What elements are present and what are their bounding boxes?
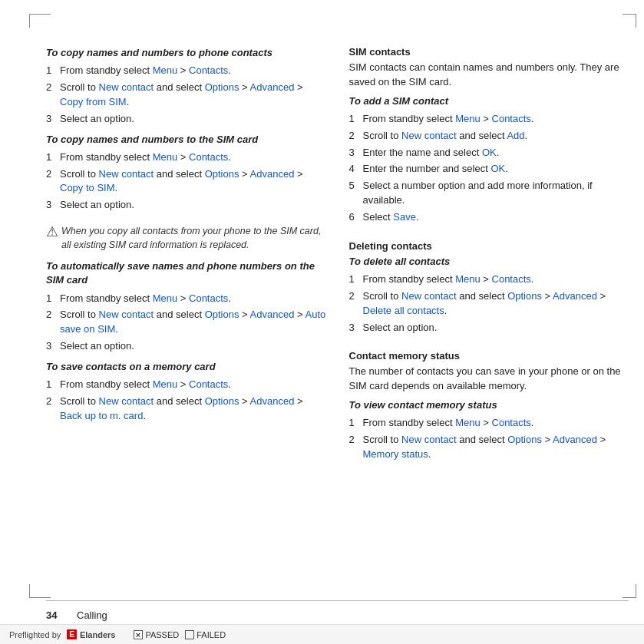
page: To copy names and numbers to phone conta… [0,0,644,644]
link-menu[interactable]: Menu [153,151,178,163]
link-backup[interactable]: Back up to m. card [60,410,143,421]
link-contacts[interactable]: Contacts [189,378,228,390]
step-number: 1 [349,416,360,431]
link-new-contact[interactable]: New contact [99,309,154,320]
link-advanced[interactable]: Advanced [250,395,295,407]
link-add[interactable]: Add [507,130,524,141]
section-copy-to-phone: To copy names and numbers to phone conta… [46,46,326,133]
link-new-contact[interactable]: New contact [401,434,457,445]
link-menu[interactable]: Menu [153,378,178,390]
step-item: 3 Enter the name and select OK. [349,146,629,160]
link-memory-status[interactable]: Memory status [363,448,428,460]
link-options[interactable]: Options [205,81,239,93]
section-add-sim-heading: To add a SIM contact [349,94,629,108]
corner-mark-tl [29,14,51,28]
step-item: 2 Scroll to New contact and select Optio… [46,395,326,424]
step-item: 3 Select an option. [46,339,326,354]
link-options[interactable]: Options [205,168,239,180]
step-item: 2 Scroll to New contact and select Add. [349,129,629,144]
link-advanced[interactable]: Advanced [250,309,295,320]
main-content: To copy names and numbers to phone conta… [46,46,629,583]
step-number: 4 [349,162,360,177]
step-list-copy-to-sim: 1 From standby select Menu > Contacts. 2… [46,150,326,213]
link-new-contact[interactable]: New contact [401,290,457,302]
step-item: 4 Enter the number and select OK. [349,162,629,177]
step-number: 1 [46,378,57,392]
link-menu[interactable]: Menu [455,417,481,428]
link-copy-to-sim[interactable]: Copy to SIM [60,182,115,193]
link-contacts[interactable]: Contacts [189,64,228,76]
step-number: 3 [46,198,57,213]
step-number: 2 [46,395,57,424]
step-number: 2 [349,129,360,144]
step-text: From standby select Menu > Contacts. [60,64,326,78]
step-item: 1 From standby select Menu > Contacts. [46,378,326,392]
step-number: 2 [46,167,57,197]
step-text: Enter the name and select OK. [363,146,629,160]
step-text: Select a number option and add more info… [363,179,629,208]
step-text: From standby select Menu > Contacts. [60,150,326,165]
section-delete-all: To delete all contacts 1 From standby se… [349,255,629,342]
step-text: From standby select Menu > Contacts. [363,112,629,127]
link-delete-all[interactable]: Delete all contacts [363,305,444,316]
step-text: Scroll to New contact and select Options… [363,433,629,462]
step-item: 5 Select a number option and add more in… [349,179,629,208]
link-new-contact[interactable]: New contact [99,168,154,180]
right-column: SIM contacts SIM contacts can contain na… [349,46,629,583]
link-advanced[interactable]: Advanced [553,290,597,302]
link-contacts[interactable]: Contacts [189,292,228,304]
step-number: 3 [46,112,57,127]
step-item: 2 Scroll to New contact and select Optio… [46,81,326,110]
link-menu[interactable]: Menu [153,64,178,76]
link-advanced[interactable]: Advanced [553,434,597,445]
step-text: From standby select Menu > Contacts. [363,416,629,431]
step-text: Scroll to New contact and select Options… [60,81,326,110]
sim-contacts-heading: SIM contacts [349,46,629,58]
link-new-contact[interactable]: New contact [99,81,154,93]
link-contacts[interactable]: Contacts [492,273,531,285]
corner-mark-tr [623,14,636,28]
left-column: To copy names and numbers to phone conta… [46,46,326,583]
link-menu[interactable]: Menu [153,292,178,304]
contact-memory-heading: Contact memory status [349,350,629,362]
section-view-memory: To view contact memory status 1 From sta… [349,398,629,468]
step-text: Select an option. [60,198,326,213]
link-advanced[interactable]: Advanced [250,168,295,180]
link-copy-from-sim[interactable]: Copy from SIM [60,96,127,107]
link-options[interactable]: Options [507,290,542,302]
step-list-add-sim: 1 From standby select Menu > Contacts. 2… [349,112,629,225]
link-advanced[interactable]: Advanced [250,81,295,93]
step-text: Scroll to New contact and select Options… [60,167,326,197]
link-ok[interactable]: OK [490,163,505,174]
step-item: 3 Select an option. [46,198,326,213]
link-new-contact[interactable]: New contact [401,130,457,141]
preflighted-bar: Preflighted by E Elanders ⨯ PASSED FAILE… [0,624,644,644]
step-item: 1 From standby select Menu > Contacts. [46,150,326,165]
link-options[interactable]: Options [205,309,239,320]
sim-contacts-body: SIM contacts can contain names and numbe… [349,61,629,90]
corner-mark-br [623,584,636,598]
link-options[interactable]: Options [205,395,239,407]
step-text: Scroll to New contact and select Add. [363,129,629,144]
step-item: 2 Scroll to New contact and select Optio… [349,289,629,319]
step-item: 1 From standby select Menu > Contacts. [46,292,326,306]
step-text: Enter the number and select OK. [363,162,629,177]
link-menu[interactable]: Menu [455,113,481,124]
step-text: From standby select Menu > Contacts. [60,378,326,392]
corner-mark-bl [29,584,51,598]
warning-block: ⚠ When you copy all contacts from your p… [46,225,326,252]
step-item: 2 Scroll to New contact and select Optio… [46,167,326,197]
step-item: 3 Select an option. [349,321,629,335]
link-contacts[interactable]: Contacts [492,417,531,428]
link-new-contact[interactable]: New contact [99,395,154,407]
step-text: From standby select Menu > Contacts. [363,272,629,287]
link-contacts[interactable]: Contacts [189,151,228,163]
link-menu[interactable]: Menu [455,273,481,285]
step-list-view-memory: 1 From standby select Menu > Contacts. 2… [349,416,629,462]
failed-label: FAILED [197,630,226,639]
link-options[interactable]: Options [507,434,542,445]
link-ok[interactable]: OK [482,147,497,158]
link-save[interactable]: Save [393,211,416,223]
step-text: Select an option. [60,339,326,354]
link-contacts[interactable]: Contacts [492,113,531,124]
